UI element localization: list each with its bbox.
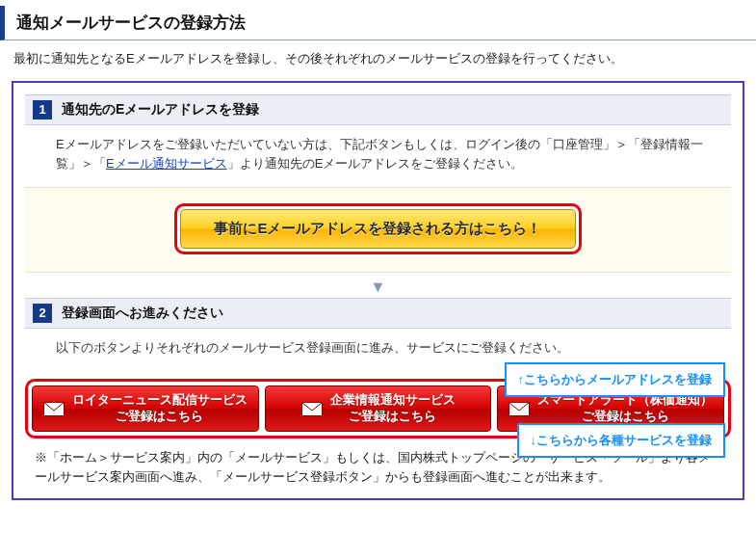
company-info-service-button[interactable]: 企業情報通知サービス ご登録はこちら [265,385,492,432]
step1-number: 1 [33,100,52,120]
step2-title: 登録画面へお進みください [62,305,223,322]
callout-register-services: ↓こちらから各種サービスを登録 [517,423,726,458]
step1-header: 1 通知先のEメールアドレスを登録 [25,94,731,125]
callout-register-address: ↑こちらからメールアドレスを登録 [505,362,726,397]
service-label: 企業情報通知サービス [330,392,456,407]
step2-body: 以下のボタンよりそれぞれのメールサービス登録画面に進み、サービスにご登録ください… [25,338,731,359]
intro-text: 最初に通知先となるEメールアドレスを登録し、その後それぞれのメールサービスの登録… [13,50,743,67]
register-email-button-frame: 事前にEメールアドレスを登録される方はこちら！ [174,203,581,254]
reuters-service-button[interactable]: ロイターニュース配信サービス ご登録はこちら [32,385,259,432]
register-email-area: 事前にEメールアドレスを登録される方はこちら！ [25,187,731,273]
mail-icon [43,402,65,416]
register-email-button[interactable]: 事前にEメールアドレスを登録される方はこちら！ [180,209,575,249]
service-label: ロイターニュース配信サービス [72,392,248,407]
mail-icon [301,402,323,416]
step2-number: 2 [33,304,52,323]
mail-icon [508,402,530,416]
page-title-bar: 通知メールサービスの登録方法 [0,6,756,40]
step1-title: 通知先のEメールアドレスを登録 [62,101,259,119]
instructions-box: 1 通知先のEメールアドレスを登録 Eメールアドレスをご登録いただいていない方は… [12,81,744,500]
step1-body-post: 」より通知先のEメールアドレスをご登録ください。 [227,156,524,171]
step2-header: 2 登録画面へお進みください [25,298,731,329]
page-title: 通知メールサービスの登録方法 [16,13,246,32]
step1-body: Eメールアドレスをご登録いただいていない方は、下記ボタンもしくは、ログイン後の「… [25,135,731,179]
arrow-down-icon: ▼ [25,279,731,296]
service-sub: ご登録はこちら [116,409,203,423]
email-service-link[interactable]: Eメール通知サービス [106,156,227,171]
service-sub: ご登録はこちら [582,409,669,423]
service-sub: ご登録はこちら [349,409,436,423]
